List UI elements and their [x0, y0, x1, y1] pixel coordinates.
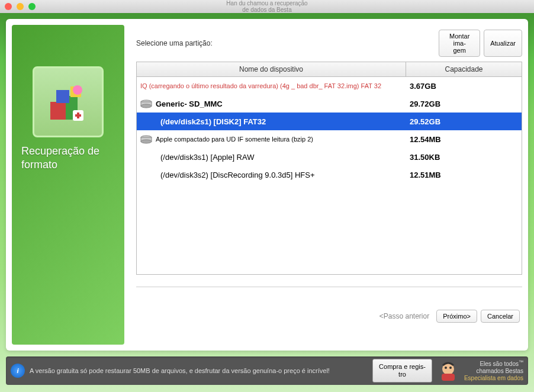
- device-name-text: Generic- SD_MMC: [156, 99, 223, 108]
- svg-point-17: [449, 367, 452, 369]
- col-header-name: Nome do dispositivo: [137, 62, 406, 76]
- minimize-window-button[interactable]: [17, 3, 24, 10]
- buy-register-button[interactable]: Compra e regis- tro: [372, 359, 432, 382]
- zoom-window-button[interactable]: [28, 3, 36, 10]
- svg-rect-0: [50, 102, 66, 120]
- mount-image-button[interactable]: Montar ima- gem: [439, 30, 480, 57]
- cell-capacity: 31.50KB: [406, 153, 522, 162]
- cell-capacity: 29.72GB: [406, 99, 522, 108]
- cell-device-name: (/dev/disk2s1) [DISK2] FAT32: [137, 117, 406, 126]
- cell-device-name: (/dev/disk3s1) [Apple] RAW: [137, 153, 406, 162]
- slogan-line3: Especialista em dados: [464, 375, 523, 382]
- cell-capacity: 29.52GB: [406, 117, 522, 126]
- table-row[interactable]: (/dev/disk3s1) [Apple] RAW31.50KB: [137, 148, 522, 166]
- cell-device-name: (/dev/disk3s2) [DiscRecording 9.0.3d5] H…: [137, 171, 406, 179]
- cell-device-name: Apple compactado para UD IF somente leit…: [137, 134, 406, 144]
- slogan-line1: Eles são todos: [480, 361, 519, 367]
- svg-rect-2: [56, 90, 69, 103]
- footer-bar: i A versão gratuita só pode restaurar 50…: [6, 356, 528, 385]
- footer-slogan: Eles são todos™ chamados Bestas Especial…: [464, 359, 523, 382]
- prev-step-button[interactable]: <Passo anterior: [376, 310, 433, 323]
- window-title-line1: Han du chamou a recuperação: [226, 0, 307, 7]
- main-panel: Recuperação de formato Selecione uma par…: [6, 19, 528, 351]
- cell-capacity: 3.67GB: [406, 82, 522, 91]
- svg-rect-7: [75, 114, 81, 117]
- svg-point-4: [73, 85, 82, 95]
- cancel-button[interactable]: Cancelar: [481, 310, 520, 323]
- close-window-button[interactable]: [5, 3, 12, 10]
- partition-table: Nome do dispositivo Capacidade IQ (carre…: [136, 62, 522, 275]
- table-row[interactable]: IQ (carregando o último resultado da var…: [137, 77, 522, 95]
- divider: [136, 287, 522, 287]
- svg-rect-15: [442, 374, 455, 381]
- cell-device-name: Generic- SD_MMC: [137, 99, 406, 108]
- table-row[interactable]: (/dev/disk2s1) [DISK2] FAT3229.52GB: [137, 113, 522, 130]
- app-icon: [33, 66, 104, 137]
- sidebar: Recuperação de formato: [12, 25, 124, 345]
- table-row[interactable]: Generic- SD_MMC29.72GB: [137, 95, 522, 113]
- footer-text: A versão gratuita só pode restaurar 50MB…: [30, 367, 372, 374]
- svg-point-10: [141, 104, 152, 108]
- cell-capacity: 12.51MB: [406, 171, 522, 179]
- device-name-text: (/dev/disk2s1) [DISK2] FAT32: [160, 117, 266, 126]
- next-step-button[interactable]: Próximo>: [436, 310, 477, 323]
- sidebar-title: Recuperação de formato: [18, 144, 118, 171]
- main-area: Selecione uma partição: Montar ima- gem …: [124, 25, 522, 345]
- slogan-line2: chamados Bestas: [464, 368, 523, 375]
- cell-capacity: 12.54MB: [406, 135, 522, 144]
- window-title-line2: de dados da Besta: [226, 7, 307, 13]
- refresh-button[interactable]: Atualizar: [484, 30, 522, 57]
- drive-icon: [140, 99, 152, 108]
- cell-device-name: IQ (carregando o último resultado da var…: [137, 82, 406, 89]
- window-title: Han du chamou a recuperação de dados da …: [226, 0, 307, 13]
- device-name-text: (/dev/disk3s2) [DiscRecording 9.0.3d5] H…: [160, 171, 314, 179]
- device-name-text: Apple compactado para UD IF somente leit…: [156, 136, 313, 143]
- device-name-text: (/dev/disk3s1) [Apple] RAW: [160, 153, 254, 162]
- partition-prompt: Selecione uma partição:: [136, 39, 213, 47]
- info-icon: i: [11, 364, 25, 378]
- col-header-capacity: Capacidade: [406, 62, 522, 76]
- mascot-icon: [436, 358, 461, 383]
- svg-point-16: [445, 367, 447, 369]
- drive-icon: [140, 134, 152, 144]
- table-row[interactable]: Apple compactado para UD IF somente leit…: [137, 130, 522, 148]
- svg-point-13: [141, 140, 152, 143]
- device-name-text: IQ (carregando o último resultado da var…: [140, 82, 381, 89]
- table-row[interactable]: (/dev/disk3s2) [DiscRecording 9.0.3d5] H…: [137, 166, 522, 184]
